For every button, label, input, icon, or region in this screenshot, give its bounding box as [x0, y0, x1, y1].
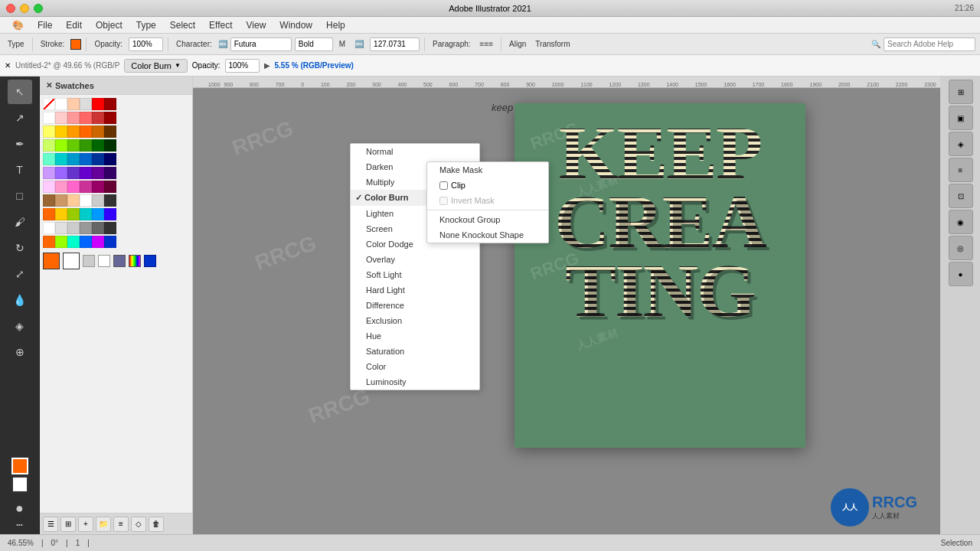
swatches-delete[interactable]: 🗑: [149, 517, 164, 532]
menu-type[interactable]: Type: [130, 18, 162, 32]
swatch-gr1[interactable]: [43, 222, 55, 234]
swatch-ex1[interactable]: [43, 236, 55, 248]
shape-tool[interactable]: □: [8, 184, 32, 208]
swatch-g6[interactable]: [104, 139, 116, 152]
swatch-br6[interactable]: [104, 194, 116, 207]
menu-object[interactable]: Object: [90, 18, 129, 32]
swatch-light[interactable]: [67, 98, 80, 110]
swatch-br4[interactable]: [80, 194, 92, 207]
swatch-y1[interactable]: [43, 126, 55, 138]
swatches-list[interactable]: ≡: [113, 517, 129, 532]
blend-saturation[interactable]: Saturation: [351, 344, 479, 359]
blend-difference[interactable]: Difference: [351, 298, 479, 313]
swatch-w4[interactable]: [80, 112, 92, 124]
font-size-input[interactable]: [370, 37, 420, 51]
swatch-gr3[interactable]: [67, 222, 80, 234]
swatch-c3[interactable]: [67, 153, 80, 165]
blend-hue[interactable]: Hue: [351, 328, 479, 344]
close-button[interactable]: [6, 4, 15, 13]
blend-color[interactable]: Color: [351, 359, 479, 374]
rp-btn-5[interactable]: ⊡: [949, 184, 973, 208]
swatch-sp3[interactable]: [67, 208, 80, 220]
color-icon[interactable]: ●: [15, 500, 24, 517]
menu-select[interactable]: Select: [164, 18, 201, 32]
menu-edit[interactable]: Edit: [60, 18, 88, 32]
swatch-p6[interactable]: [104, 167, 116, 179]
swatch-sp6[interactable]: [104, 208, 116, 220]
font-weight-input[interactable]: [295, 37, 333, 51]
swatch-gr2[interactable]: [55, 222, 67, 234]
menu-illustrator[interactable]: 🎨: [6, 18, 30, 32]
swatch-m1[interactable]: [43, 181, 55, 193]
swatches-colors[interactable]: ◇: [131, 517, 146, 532]
eyedropper-tool[interactable]: 💧: [8, 288, 32, 312]
selection-tool[interactable]: ↖: [8, 80, 32, 104]
swatch-none[interactable]: [43, 98, 55, 110]
blend-softlight[interactable]: Soft Light: [351, 267, 479, 282]
opacity-props-input[interactable]: [225, 59, 260, 73]
swatches-menu[interactable]: ☰: [43, 517, 58, 532]
close-panel-icon[interactable]: ✕: [5, 61, 11, 70]
swatch-sp5[interactable]: [92, 208, 104, 220]
pen-tool[interactable]: ✒: [8, 132, 32, 156]
swatch-m3[interactable]: [67, 181, 80, 193]
menu-view[interactable]: View: [240, 18, 273, 32]
swatch-gray-light[interactable]: [80, 98, 92, 110]
rp-btn-4[interactable]: ≡: [949, 158, 973, 182]
swatch-sp4[interactable]: [80, 208, 92, 220]
swatch-ex4[interactable]: [80, 236, 92, 248]
blend-mode-dropdown[interactable]: Color Burn ▼: [124, 59, 188, 73]
swatch-gr5[interactable]: [92, 222, 104, 234]
zoom-tool[interactable]: ⊕: [8, 340, 32, 364]
swatch-c5[interactable]: [92, 153, 104, 165]
stroke-color[interactable]: [70, 39, 81, 50]
text-tool[interactable]: T: [8, 158, 32, 182]
swatch-g3[interactable]: [67, 139, 80, 152]
minimize-button[interactable]: [20, 4, 29, 13]
swatch-c6[interactable]: [104, 153, 116, 165]
swatch-g4[interactable]: [80, 139, 92, 152]
swatches-folder[interactable]: 📁: [96, 517, 111, 532]
swatch-sp2[interactable]: [55, 208, 67, 220]
swatch-y4[interactable]: [80, 126, 92, 138]
stroke-indicator[interactable]: [11, 476, 28, 493]
rp-btn-6[interactable]: ◉: [949, 210, 973, 234]
swatch-p1[interactable]: [43, 167, 55, 179]
menu-file[interactable]: File: [31, 18, 58, 32]
swatch-y2[interactable]: [55, 126, 67, 138]
swatch-w2[interactable]: [55, 112, 67, 124]
small-white[interactable]: [98, 255, 110, 267]
rp-btn-8[interactable]: ●: [949, 262, 973, 286]
swatch-c1[interactable]: [43, 153, 55, 165]
swatch-m4[interactable]: [80, 181, 92, 193]
background-color[interactable]: [63, 253, 80, 269]
ctx-knockout[interactable]: Knockout Group: [427, 212, 548, 227]
rotate-tool[interactable]: ↻: [8, 236, 32, 260]
rp-btn-3[interactable]: ◈: [949, 132, 973, 156]
swatch-c4[interactable]: [80, 153, 92, 165]
swatch-m5[interactable]: [92, 181, 104, 193]
swatch-c2[interactable]: [55, 153, 67, 165]
swatch-w5[interactable]: [92, 112, 104, 124]
swatch-br5[interactable]: [92, 194, 104, 207]
blend-overlay[interactable]: Overlay: [351, 252, 479, 267]
swatch-g5[interactable]: [92, 139, 104, 152]
blend-hardlight[interactable]: Hard Light: [351, 282, 479, 298]
swatch-g1[interactable]: [43, 139, 55, 152]
foreground-color[interactable]: [43, 253, 60, 269]
fill-color[interactable]: [11, 458, 28, 474]
swatch-gr6[interactable]: [104, 222, 116, 234]
clip-checkbox[interactable]: [439, 181, 448, 190]
swatch-gr4[interactable]: [80, 222, 92, 234]
swatch-w1[interactable]: [43, 112, 55, 124]
context-menu[interactable]: Make Mask Clip Invert Mask Knockout Grou…: [426, 161, 549, 243]
swatch-red[interactable]: [92, 98, 104, 110]
direct-select-tool[interactable]: ↗: [8, 106, 32, 130]
font-name-input[interactable]: [230, 37, 292, 51]
swatch-blue[interactable]: [144, 255, 156, 267]
swatches-new[interactable]: +: [78, 517, 93, 532]
swatch-y3[interactable]: [67, 126, 80, 138]
invert-checkbox[interactable]: [439, 197, 448, 205]
swatch-p2[interactable]: [55, 167, 67, 179]
align-buttons[interactable]: ≡≡≡: [477, 38, 497, 50]
